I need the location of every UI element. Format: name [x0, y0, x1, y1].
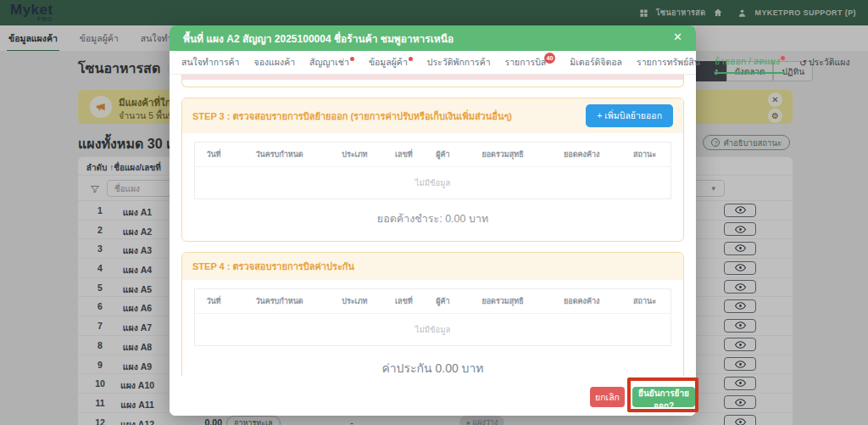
- modal-footer: ยกเลิก ยืนยันการย้ายออก?: [170, 376, 696, 416]
- modal-tab[interactable]: ข้อมูลผู้ค้า: [369, 51, 413, 74]
- count-badge: 40: [544, 53, 555, 64]
- previous-step-box-remnant: [181, 75, 684, 87]
- modal-tab-label: จองแผงค้า: [254, 55, 296, 70]
- cancel-button[interactable]: ยกเลิก: [590, 387, 625, 407]
- modal-tab-label: ประวัติพักการค้า: [427, 55, 491, 70]
- close-icon[interactable]: ✕: [673, 31, 682, 42]
- modal-title: พื้นที่ แผง A2 สัญญา 2025100004 ชื่อร้าน…: [170, 31, 453, 47]
- modal-tab[interactable]: ย้ายออก / ลดแผง: [715, 51, 785, 74]
- modal-tab-label: รายการทรัพย์สิน: [637, 55, 700, 70]
- modal-tab-history[interactable]: ↺ประวัติแผง: [799, 51, 850, 74]
- bill-column-header: วันครบกำหนด: [232, 289, 326, 314]
- modal-header: พื้นที่ แผง A2 สัญญา 2025100004 ชื่อร้าน…: [170, 25, 696, 51]
- bill-column-header: วันครบกำหนด: [232, 143, 326, 167]
- outstanding-total: ยอดค้างชำระ: 0.00 บาท: [194, 199, 671, 236]
- bill-column-header: เลขที่: [383, 143, 426, 167]
- notification-dot: [781, 56, 785, 60]
- notification-dot: [409, 57, 413, 61]
- step3-section: STEP 3 : ตรวจสอบรายการบิลย้ายออก (รายการ…: [181, 98, 684, 242]
- bill-column-header: วันที่: [195, 143, 232, 167]
- modal-tab-label: ข้อมูลผู้ค้า: [369, 55, 408, 70]
- modal-tab[interactable]: สัญญาเช่า: [309, 51, 354, 74]
- modal-tab[interactable]: ประวัติพักการค้า: [427, 51, 491, 74]
- bill-column-header: ยอดรวมสุทธิ: [460, 289, 544, 314]
- modal-tab[interactable]: มิเตอร์ดิจิตอล: [570, 51, 622, 74]
- modal-tab-label: ประวัติแผง: [809, 55, 850, 70]
- empty-table-message: ไม่มีข้อมูล: [195, 167, 671, 199]
- bill-column-header: สถานะ: [619, 143, 671, 167]
- bill-column-header: ผู้ค้า: [425, 143, 460, 167]
- modal-tab-label: มิเตอร์ดิจิตอล: [570, 55, 622, 70]
- notification-dot: [350, 57, 354, 61]
- bill-column-header: ยอดคงค้าง: [545, 289, 619, 314]
- add-moveout-bill-button[interactable]: + เพิ่มบิลย้ายออก: [586, 104, 673, 127]
- bill-column-header: ประเภท: [326, 289, 382, 314]
- step4-title: STEP 4 : ตรวจสอบรายการบิลค่าประกัน: [192, 259, 354, 274]
- bill-column-header: เลขที่: [383, 289, 426, 314]
- modal-tabs: สนใจทำการค้าจองแผงค้าสัญญาเช่าข้อมูลผู้ค…: [170, 51, 696, 75]
- history-clock-icon: ↺: [799, 58, 807, 68]
- modal-tab-label: รายการบิล: [505, 55, 547, 70]
- confirm-moveout-button[interactable]: ยืนยันการย้ายออก?: [632, 387, 695, 407]
- modal-tab[interactable]: รายการบิล40: [505, 51, 556, 74]
- moveout-bills-table: วันที่วันครบกำหนดประเภทเลขที่ผู้ค้ายอดรว…: [194, 142, 671, 199]
- modal-tab[interactable]: รายการทรัพย์สิน: [637, 51, 700, 74]
- modal-tab[interactable]: สนใจทำการค้า: [181, 51, 240, 74]
- step3-title: STEP 3 : ตรวจสอบรายการบิลย้ายออก (รายการ…: [192, 109, 512, 124]
- bill-column-header: ประเภท: [326, 143, 382, 167]
- bill-column-header: วันที่: [195, 289, 232, 314]
- modal-tab-label: สนใจทำการค้า: [181, 55, 240, 70]
- bill-column-header: ยอดรวมสุทธิ: [460, 143, 544, 167]
- modal-tab[interactable]: จองแผงค้า: [254, 51, 296, 74]
- modal-body: STEP 3 : ตรวจสอบรายการบิลย้ายออก (รายการ…: [170, 75, 696, 401]
- bill-column-header: สถานะ: [619, 289, 671, 314]
- deposit-bills-table: วันที่วันครบกำหนดประเภทเลขที่ผู้ค้ายอดรว…: [194, 288, 671, 346]
- empty-table-message: ไม่มีข้อมูล: [195, 314, 671, 346]
- stall-detail-modal: พื้นที่ แผง A2 สัญญา 2025100004 ชื่อร้าน…: [170, 25, 696, 416]
- bill-column-header: ยอดคงค้าง: [545, 143, 619, 167]
- modal-tab-label: ย้ายออก / ลดแผง: [715, 54, 780, 69]
- modal-tab-label: สัญญาเช่า: [309, 55, 349, 70]
- bill-column-header: ผู้ค้า: [425, 289, 460, 314]
